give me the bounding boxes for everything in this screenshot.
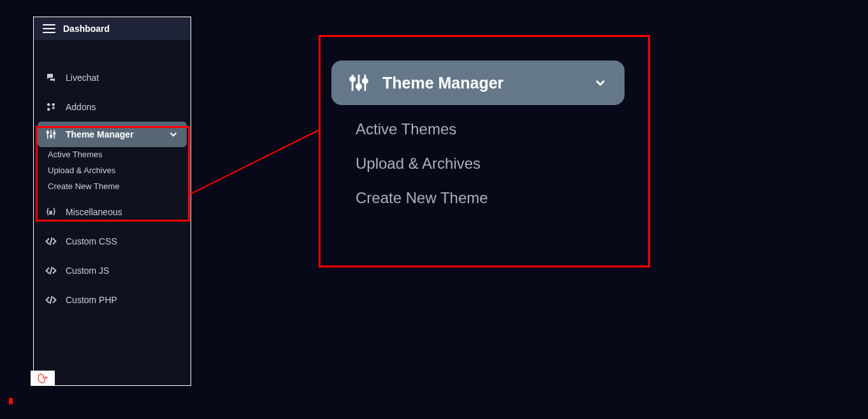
svg-line-13 [190,129,321,194]
laravel-logo [31,371,55,386]
submenu-active-themes[interactable]: Active Themes [48,150,191,159]
sidebar-item-theme-manager[interactable]: Theme Manager [38,122,187,147]
sidebar-item-label: Livechat [66,73,179,83]
zoom-active-themes[interactable]: Active Themes [356,120,600,138]
svg-point-19 [363,79,367,83]
sidebar: Dashboard Livechat Addons Theme Manager [33,17,191,386]
chevron-down-icon [168,129,179,140]
sidebar-item-label: Addons [66,102,179,112]
svg-text:x: x [50,210,52,215]
svg-line-11 [50,267,52,274]
svg-point-0 [47,103,50,106]
zoom-submenu: Active Themes Upload & Archives Create N… [331,105,625,222]
svg-line-12 [50,296,52,304]
chevron-down-icon [593,75,608,90]
chat-icon [45,72,57,83]
sidebar-item-custom-js[interactable]: Custom JS [34,256,191,285]
menu-icon[interactable] [43,24,55,33]
zoom-create-new-theme[interactable]: Create New Theme [356,189,600,207]
svg-point-1 [52,103,55,106]
red-mark [9,398,13,404]
code-icon [45,236,57,247]
connector-line [190,127,324,204]
svg-point-7 [50,136,52,138]
sliders-icon [45,129,57,140]
braces-icon: x [45,206,57,218]
code-icon [45,294,57,306]
sidebar-header: Dashboard [34,17,191,40]
sliders-icon [348,72,370,94]
dashboard-title: Dashboard [63,24,110,34]
submenu-upload-archives[interactable]: Upload & Archives [48,166,191,175]
theme-manager-submenu: Active Themes Upload & Archives Create N… [34,147,191,197]
zoom-upload-archives[interactable]: Upload & Archives [356,155,600,173]
svg-point-17 [351,77,355,82]
zoom-title: Theme Manager [382,74,580,92]
svg-point-6 [47,132,48,134]
sidebar-item-label: Custom JS [66,266,179,276]
submenu-create-new-theme[interactable]: Create New Theme [48,181,191,191]
sidebar-item-label: Theme Manager [66,129,159,139]
addons-icon [45,101,57,113]
sidebar-item-addons[interactable]: Addons [34,92,191,122]
sidebar-item-livechat[interactable]: Livechat [34,63,191,92]
svg-line-10 [50,238,52,245]
code-icon [45,265,57,276]
sidebar-item-label: Custom CSS [66,236,179,246]
sidebar-item-custom-php[interactable]: Custom PHP [34,285,191,315]
svg-point-8 [54,132,55,134]
svg-point-18 [356,84,361,89]
sidebar-item-custom-css[interactable]: Custom CSS [34,227,191,256]
zoom-theme-manager-header[interactable]: Theme Manager [331,60,625,105]
sidebar-item-miscellaneous[interactable]: x Miscellaneous [34,197,191,227]
sidebar-item-label: Miscellaneous [66,207,179,217]
zoom-panel: Theme Manager Active Themes Upload & Arc… [331,60,625,222]
sidebar-item-label: Custom PHP [66,295,179,305]
sidebar-menu: Livechat Addons Theme Manager Active The… [34,40,191,315]
svg-point-2 [47,108,50,111]
